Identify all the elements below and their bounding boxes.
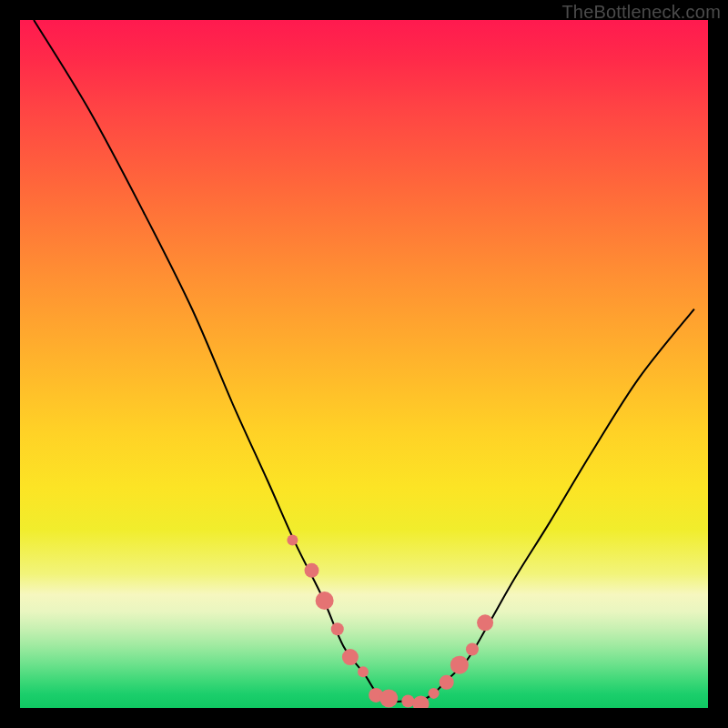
chart-plot-area: [20, 20, 708, 708]
svg-point-4: [342, 649, 359, 665]
svg-point-0: [287, 535, 298, 546]
svg-point-7: [379, 689, 398, 707]
svg-point-11: [440, 675, 454, 690]
svg-point-1: [305, 563, 319, 578]
svg-point-14: [477, 614, 493, 631]
svg-point-5: [358, 666, 369, 677]
valley-markers: [20, 20, 708, 708]
svg-point-3: [331, 622, 344, 635]
svg-point-9: [412, 695, 429, 708]
svg-point-2: [316, 592, 334, 610]
svg-point-13: [466, 642, 479, 655]
svg-point-8: [401, 694, 414, 707]
svg-point-10: [429, 688, 440, 699]
watermark-text: TheBottleneck.com: [561, 2, 721, 23]
svg-point-12: [450, 656, 469, 674]
